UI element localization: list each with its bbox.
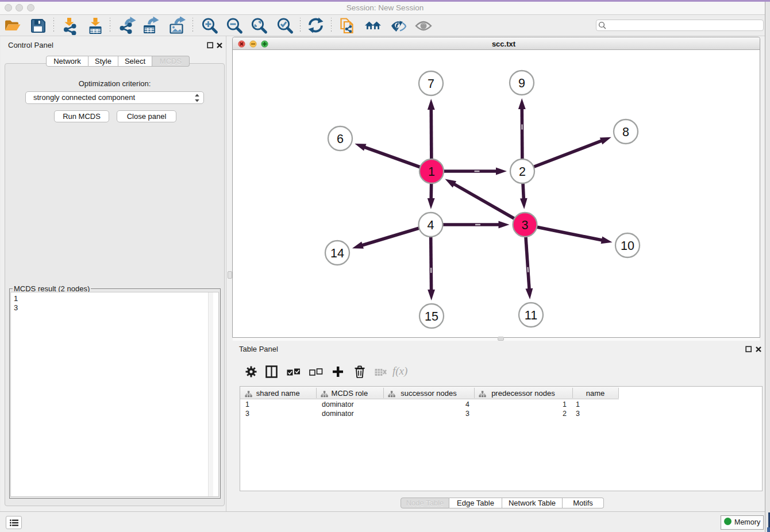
svg-text:8: 8 [622,125,629,139]
svg-text:1: 1 [428,165,435,179]
svg-text:6: 6 [337,132,344,146]
svg-text:3: 3 [522,218,529,232]
svg-text:7: 7 [428,77,434,91]
svg-text:2: 2 [519,165,526,179]
svg-text:11: 11 [525,309,537,322]
svg-text:4: 4 [428,218,434,232]
svg-text:10: 10 [621,239,634,253]
svg-text:9: 9 [518,76,525,90]
svg-text:14: 14 [330,246,344,260]
svg-text:15: 15 [425,310,438,323]
